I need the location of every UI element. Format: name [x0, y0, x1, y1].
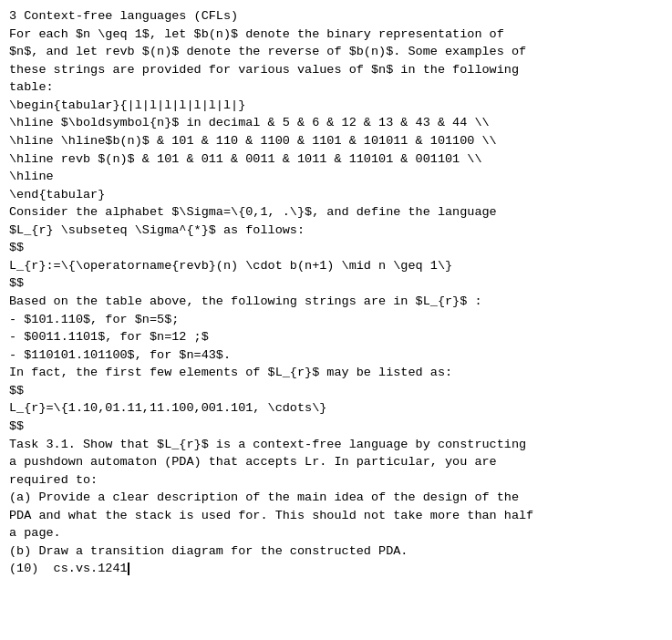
text-line: PDA and what the stack is used for. This…: [9, 507, 663, 525]
text-line: \hline revb $(n)$ & 101 & 011 & 0011 & 1…: [9, 150, 663, 169]
text-line: $$: [9, 274, 663, 293]
text-line: 3 Context-free languages (CFLs): [9, 7, 663, 26]
text-line: (a) Provide a clear description of the m…: [9, 489, 663, 507]
text-line: a page.: [9, 524, 663, 542]
main-content: 3 Context-free languages (CFLs)For each …: [9, 7, 663, 578]
text-line: table:: [9, 78, 663, 97]
text-line: Task 3.1. Show that $L_{r}$ is a context…: [9, 436, 663, 454]
text-line: $$: [9, 418, 663, 436]
text-line: \hline $\boldsymbol{n}$ in decimal & 5 &…: [9, 114, 663, 132]
text-line: $L_{r} \subseteq \Sigma^{*}$ as follows:: [9, 222, 663, 240]
document-text: 3 Context-free languages (CFLs)For each …: [9, 7, 663, 578]
text-line: a pushdown automaton (PDA) that accepts …: [9, 453, 663, 471]
text-line: $n$, and let revb $(n)$ denote the rever…: [9, 43, 663, 61]
text-line: required to:: [9, 471, 663, 490]
text-line: Based on the table above, the following …: [9, 293, 663, 311]
text-line: In fact, the first few elements of $L_{r…: [9, 364, 663, 382]
text-line: - $0011.1101$, for $n=12 ;$: [9, 328, 663, 346]
text-line: - $110101.101100$, for $n=43$.: [9, 346, 663, 365]
text-line: - $101.110$, for $n=5$;: [9, 311, 663, 329]
text-line: \begin{tabular}{|l|l|l|l|l|l|l|}: [9, 97, 663, 115]
last-line: (10) cs.vs.1241: [9, 562, 128, 575]
text-line: $$: [9, 239, 663, 257]
text-line: these strings are provided for various v…: [9, 61, 663, 79]
text-line: \hline: [9, 168, 663, 186]
text-line: For each $n \geq 1$, let $b(n)$ denote t…: [9, 26, 663, 44]
text-line: $$: [9, 382, 663, 400]
text-line: \end{tabular}: [9, 186, 663, 204]
text-cursor: [128, 563, 129, 575]
text-line: (b) Draw a transition diagram for the co…: [9, 542, 663, 561]
text-line: \hline \hline$b(n)$ & 101 & 110 & 1100 &…: [9, 132, 663, 150]
text-line: L_{r}:=\{\operatorname{revb}(n) \cdot b(…: [9, 257, 663, 275]
text-line: L_{r}=\{1.10,01.11,11.100,001.101, \cdot…: [9, 399, 663, 418]
text-line: Consider the alphabet $\Sigma=\{0,1, .\}…: [9, 203, 663, 222]
